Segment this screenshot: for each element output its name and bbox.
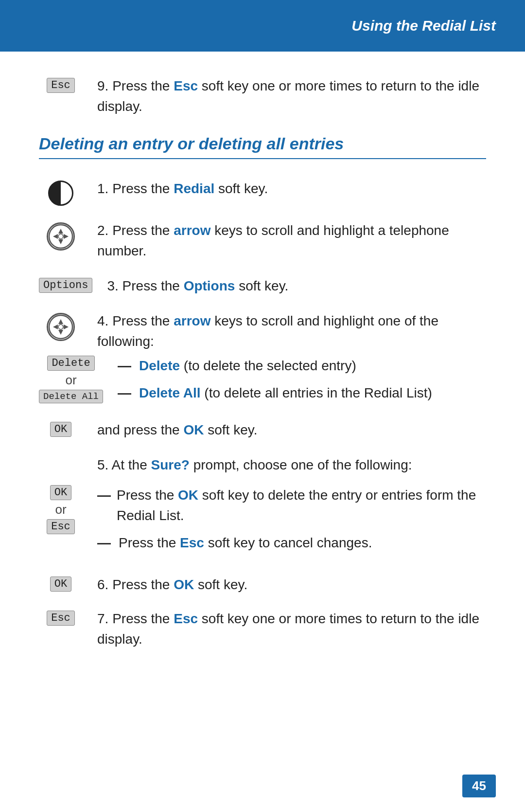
step4-number: 4. [97,313,112,328]
step3-icon-cell: Options [39,276,92,293]
step3-row: Options 3. Press the Options soft key. [39,276,486,296]
delete-icons-cell: Delete or Delete All [39,356,103,403]
options-key-icon: Options [39,278,92,293]
delete-all-keyword: Delete All [139,385,201,400]
step2-row: 2. Press the arrow keys to scroll and hi… [39,220,486,261]
step4-ok-before: and press the [97,422,183,437]
bullet-esc-text: Press the Esc soft key to cancel changes… [119,533,372,553]
step1-keyword: Redial [174,181,214,196]
bullet-dash-4: — [97,533,111,553]
step6-text: 6. Press the OK soft key. [97,575,486,595]
step1-row: 1. Press the Redial soft key. [39,179,486,206]
step7-text: 7. Press the Esc soft key one or more ti… [97,609,486,650]
ok-icon-cell-1: OK [39,420,83,437]
step5-number: 5. [97,457,112,472]
step5-after: prompt, choose one of the following: [190,457,412,472]
esc-key-icon: Esc [47,78,75,93]
esc-key-icon-2: Esc [47,519,75,534]
step5-text: 5. At the Sure? prompt, choose one of th… [97,455,486,475]
arrow-icon-1 [47,222,75,251]
svg-point-0 [49,225,72,248]
svg-marker-2 [58,239,63,244]
step2-icon-cell [39,220,83,251]
step5-bullets-row: OK or Esc — Press the OK soft key to del… [39,485,486,560]
step4-keyword: arrow [174,313,210,328]
step1-before: Press the [112,181,174,196]
bullet-delete: — Delete (to delete the selected entry) [118,356,486,376]
svg-marker-8 [58,330,63,335]
esc-keyword-1: Esc [180,535,204,550]
ok-key-icon-2: OK [50,485,71,500]
step7-number: 7. [97,611,112,626]
step5-bullets: — Press the OK soft key to delete the en… [97,485,486,560]
bullet-dash-2: — [118,383,131,403]
arrow-icon-2 [47,313,75,341]
step1-number: 1. [97,181,112,196]
intro-step-before: Press the [112,78,174,93]
or-label-2: or [55,502,66,517]
step4-row: 4. Press the arrow keys to scroll and hi… [39,311,486,352]
step2-before: Press the [112,223,174,238]
header-bar: Using the Redial List [0,0,525,52]
step6-row: OK 6. Press the OK soft key. [39,575,486,595]
section-heading: Deleting an entry or deleting all entrie… [39,134,486,159]
step2-text: 2. Press the arrow keys to scroll and hi… [97,220,486,261]
step5-icon-cell [39,455,83,457]
ok-key-icon-3: OK [50,577,71,592]
step1-after: soft key. [214,181,268,196]
step5-ok-esc-icons: OK or Esc [39,485,83,534]
intro-esc-keyword: Esc [174,78,198,93]
svg-marker-10 [64,325,69,329]
bullet-delete-text: Delete (to delete the selected entry) [139,356,356,376]
step4-bullets: — Delete (to delete the selected entry) … [118,356,486,410]
svg-marker-1 [58,229,63,234]
step1-icon-cell [39,179,83,206]
delete-key-icon: Delete [47,356,94,371]
redial-icon [48,180,73,206]
svg-marker-9 [53,325,58,329]
esc-key-icon-3: Esc [47,611,75,626]
svg-point-5 [58,234,63,239]
page-number: 45 [462,775,496,797]
ok-key-icon-1: OK [50,422,71,437]
svg-marker-7 [58,319,63,324]
bullet-dash-1: — [118,356,131,376]
step3-before: Press the [122,278,184,293]
step7-keyword: Esc [174,611,198,626]
intro-step-text: 9. Press the Esc soft key one or more ti… [97,76,486,117]
delete-all-key-icon: Delete All [39,390,103,403]
step7-before: Press the [112,611,174,626]
svg-marker-3 [53,234,58,239]
bullet-ok: — Press the OK soft key to delete the en… [97,485,486,526]
step1-text: 1. Press the Redial soft key. [97,179,486,199]
step4-text: 4. Press the arrow keys to scroll and hi… [97,311,486,352]
bullet-delete-all-text: Delete All (to delete all entries in the… [139,383,432,403]
svg-point-6 [49,315,72,339]
svg-marker-4 [64,234,69,239]
step3-keyword: Options [184,278,235,293]
step7-row: Esc 7. Press the Esc soft key one or mor… [39,609,486,650]
bullet-esc: — Press the Esc soft key to cancel chang… [97,533,486,553]
step5-before: At the [112,457,151,472]
step7-icon-cell: Esc [39,609,83,626]
or-label-1: or [65,373,76,388]
step5-row: 5. At the Sure? prompt, choose one of th… [39,455,486,475]
step4-before: Press the [112,313,174,328]
bullet-dash-3: — [97,485,109,505]
ok-keyword-1: OK [178,487,198,503]
bullet-ok-text: Press the OK soft key to delete the entr… [117,485,486,526]
step3-text: 3. Press the Options soft key. [107,276,486,296]
bullet-delete-all: — Delete All (to delete all entries in t… [118,383,486,403]
step3-number: 3. [107,278,122,293]
step6-number: 6. [97,577,112,592]
svg-point-11 [58,325,63,329]
main-content: Esc 9. Press the Esc soft key one or mor… [0,52,525,702]
step6-before: Press the [112,577,174,592]
delete-keyword: Delete [139,358,180,373]
step2-number: 2. [97,223,112,238]
step5-keyword: Sure? [151,457,190,472]
step6-after: soft key. [194,577,247,592]
step4-ok-keyword: OK [183,422,204,437]
intro-step-number: 9. [97,78,108,93]
step4-ok-after: soft key. [204,422,257,437]
